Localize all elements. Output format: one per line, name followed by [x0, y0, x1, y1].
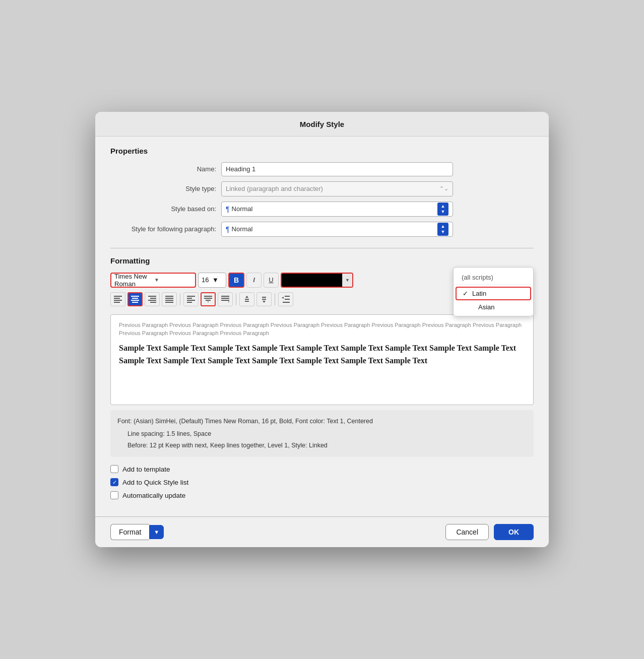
font-dropdown-arrow: ▼: [154, 277, 192, 283]
style-following-label: Style for following paragraph:: [110, 225, 221, 233]
dialog-title-bar: Modify Style: [95, 112, 549, 137]
svg-rect-2: [114, 300, 122, 301]
scripts-option-latin[interactable]: Latin: [456, 287, 531, 300]
underline-button[interactable]: U: [264, 273, 279, 288]
add-to-template-row: Add to template: [110, 465, 534, 473]
format-button-group: Format ▼: [110, 524, 164, 540]
bold-button[interactable]: B: [228, 273, 244, 288]
svg-rect-29: [245, 299, 249, 300]
footer-right-buttons: Cancel OK: [445, 524, 534, 540]
format-button[interactable]: Format: [110, 524, 149, 540]
svg-rect-14: [165, 300, 173, 301]
svg-rect-4: [131, 296, 139, 297]
svg-rect-12: [165, 296, 173, 297]
line-spacing-down-button[interactable]: [256, 292, 272, 306]
distributed-left-button[interactable]: [183, 292, 199, 306]
align-left-button[interactable]: [110, 292, 125, 306]
svg-rect-21: [204, 298, 212, 299]
cancel-button[interactable]: Cancel: [445, 524, 489, 540]
distributed-right-button[interactable]: [218, 292, 233, 306]
description-line-1: Font: (Asian) SimHei, (Default) Times Ne…: [117, 416, 527, 427]
font-selector[interactable]: Times New Roman ▼: [110, 273, 196, 288]
preview-box: Previous Paragraph Previous Paragraph Pr…: [110, 314, 534, 405]
svg-rect-30: [245, 301, 249, 302]
style-based-spinner[interactable]: ▲ ▼: [437, 203, 448, 216]
formatting-section: Formatting Times New Roman ▼ 16 ▼: [110, 256, 534, 306]
indent-decrease-button[interactable]: [278, 292, 293, 306]
color-dropdown-arrow[interactable]: ▼: [342, 273, 352, 288]
svg-rect-19: [187, 302, 192, 303]
italic-button[interactable]: I: [246, 273, 262, 288]
name-label: Name:: [110, 165, 221, 173]
svg-rect-15: [165, 302, 173, 303]
svg-rect-10: [148, 300, 156, 301]
font-size-selector[interactable]: 16 ▼: [198, 273, 226, 288]
svg-rect-17: [187, 298, 192, 299]
style-following-spinner[interactable]: ▲ ▼: [437, 223, 448, 236]
description-line-3: Before: 12 pt Keep with next, Keep lines…: [127, 440, 527, 451]
align-right-button[interactable]: [145, 292, 160, 306]
dialog-body: Properties Name: Style type: Linked (par…: [95, 137, 549, 517]
checkmark-icon: ✓: [112, 479, 117, 486]
svg-marker-28: [245, 296, 248, 298]
ok-button[interactable]: OK: [494, 524, 534, 540]
style-based-select[interactable]: ¶ Normal ▲ ▼: [221, 202, 453, 217]
properties-section-title: Properties: [110, 147, 534, 155]
align-center-button[interactable]: [127, 292, 143, 306]
dist-right-icon: [221, 296, 229, 303]
font-color-selector[interactable]: ▼: [281, 273, 353, 288]
dist-left-icon: [187, 296, 195, 303]
line-spacing-down-icon: [260, 296, 268, 303]
preview-sample-text: Sample Text Sample Text Sample Text Samp…: [119, 342, 525, 367]
svg-rect-31: [262, 297, 266, 298]
svg-rect-8: [148, 296, 156, 297]
align-justify-icon: [165, 296, 173, 303]
auto-update-row: Automatically update: [110, 491, 534, 499]
description-box: Font: (Asian) SimHei, (Default) Times Ne…: [110, 410, 534, 457]
dialog-title: Modify Style: [300, 120, 344, 128]
style-type-select[interactable]: Linked (paragraph and character) ⌃⌄: [221, 181, 453, 196]
separator-1: [180, 293, 180, 305]
color-swatch: [282, 273, 342, 288]
preview-previous-text: Previous Paragraph Previous Paragraph Pr…: [119, 321, 525, 338]
auto-update-checkbox[interactable]: [110, 491, 118, 499]
distributed-center-button[interactable]: [201, 292, 216, 306]
style-following-value: Normal: [232, 225, 437, 233]
align-justify-button[interactable]: [162, 292, 177, 306]
line-spacing-up-button[interactable]: [239, 292, 254, 306]
toolbar-row-1: Times New Roman ▼ 16 ▼ B I: [110, 272, 534, 288]
svg-rect-7: [132, 302, 138, 303]
style-following-select[interactable]: ¶ Normal ▲ ▼: [221, 222, 453, 237]
svg-rect-25: [221, 298, 229, 299]
add-to-quick-checkbox[interactable]: ✓: [110, 478, 118, 486]
add-to-quick-row: ✓ Add to Quick Style list: [110, 478, 534, 486]
align-center-icon: [131, 296, 139, 303]
svg-rect-18: [187, 300, 195, 301]
svg-rect-36: [285, 299, 290, 300]
add-to-quick-label: Add to Quick Style list: [122, 479, 188, 486]
modify-style-dialog: Modify Style Properties Name: Style type…: [95, 112, 549, 548]
dist-center-icon: [204, 296, 212, 303]
style-type-row: Style type: Linked (paragraph and charac…: [110, 181, 534, 196]
align-right-icon: [148, 296, 156, 303]
svg-rect-37: [283, 302, 290, 303]
font-size: 16: [202, 276, 212, 284]
svg-rect-11: [150, 302, 156, 303]
svg-marker-27: [228, 301, 229, 303]
formatting-controls: Times New Roman ▼ 16 ▼ B I: [110, 272, 534, 306]
add-to-template-checkbox[interactable]: [110, 465, 118, 473]
svg-rect-5: [132, 298, 138, 299]
svg-rect-22: [206, 300, 211, 301]
svg-rect-0: [114, 296, 122, 297]
name-input[interactable]: [221, 162, 453, 176]
line-spacing-up-icon: [243, 296, 251, 303]
svg-rect-16: [187, 296, 195, 297]
style-based-row: Style based on: ¶ Normal ▲ ▼: [110, 202, 534, 217]
paragraph-mark-1: ¶: [226, 205, 230, 213]
format-dropdown-button[interactable]: ▼: [149, 525, 164, 539]
style-based-label: Style based on:: [110, 205, 221, 213]
scripts-option-asian[interactable]: Asian: [454, 301, 533, 313]
name-row: Name:: [110, 162, 534, 176]
svg-rect-35: [285, 296, 290, 297]
style-based-value: Normal: [232, 205, 437, 213]
